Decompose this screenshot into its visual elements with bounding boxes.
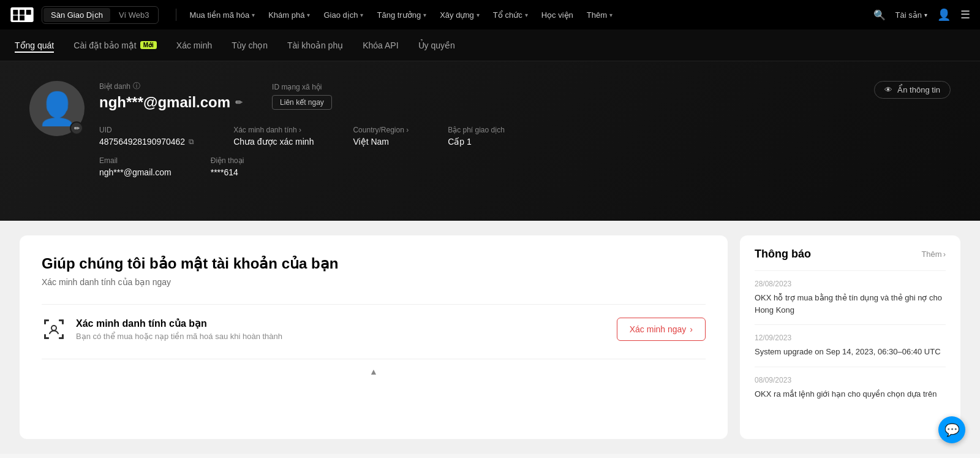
nav-explore[interactable]: Khám phá ▾ [262, 7, 316, 23]
svg-rect-11 [44, 334, 46, 339]
sec-nav-api[interactable]: Khóa API [363, 38, 398, 53]
avatar-container: 👤 ✏ [29, 81, 85, 136]
main-nav-links: Mua tiền mã hóa ▾ Khám phá ▾ Giao dịch ▾… [184, 7, 871, 23]
copy-icon[interactable]: ⧉ [189, 137, 194, 146]
chevron-down-icon: ▾ [477, 12, 480, 18]
phone-block: Điện thoại ****614 [211, 156, 244, 177]
nav-institution[interactable]: Tổ chức ▾ [487, 7, 534, 23]
notification-item-3: 08/09/2023 OKX ra mắt lệnh giới hạn cho … [755, 367, 946, 409]
svg-rect-4 [20, 15, 24, 20]
chevron-down-icon: ▾ [423, 12, 426, 18]
search-icon[interactable]: 🔍 [873, 9, 886, 21]
avatar-placeholder-icon: 👤 [37, 90, 77, 128]
country-block: Country/Region › Việt Nam [353, 126, 409, 147]
uid-label: UID [99, 126, 194, 134]
avatar-edit-button[interactable]: ✏ [70, 121, 83, 135]
svg-rect-5 [26, 10, 31, 15]
social-id-label: ID mạng xã hội [272, 83, 332, 91]
nav-trade[interactable]: Giao dịch ▾ [317, 7, 369, 23]
uid-value: 487564928190970462 ⧉ [99, 137, 194, 147]
notification-item-1: 28/08/2023 OKX hỗ trợ mua bằng thẻ tín d… [755, 270, 946, 324]
country-label: Country/Region › [353, 126, 409, 134]
menu-icon[interactable]: ☰ [960, 8, 970, 21]
phone-value: ****614 [211, 167, 244, 177]
chevron-down-icon: ▾ [307, 12, 310, 18]
face-scan-icon [42, 317, 66, 342]
notification-more-link[interactable]: Thêm › [921, 250, 946, 259]
uid-block: UID 487564928190970462 ⧉ [99, 126, 194, 147]
svg-rect-9 [62, 319, 64, 324]
verify-identity-text: Xác minh danh tính của bạn Bạn có thể mu… [76, 318, 607, 341]
user-icon: 👤 [937, 8, 951, 21]
notif-text-3[interactable]: OKX ra mắt lệnh giới hạn cho quyền chọn … [755, 388, 946, 400]
edit-icon: ✏ [74, 124, 80, 132]
link-social-button[interactable]: Liên kết ngay [272, 95, 332, 110]
assets-link[interactable]: Tài sản ▾ [895, 10, 927, 20]
new-badge: Mới [140, 41, 157, 49]
svg-rect-2 [20, 10, 24, 15]
hide-info-button[interactable]: 👁 Ẩn thông tin [874, 81, 951, 99]
security-card: Giúp chúng tôi bảo mật tài khoản của bạn… [20, 235, 728, 439]
chevron-down-icon: ▾ [525, 12, 528, 18]
profile-row-contact: Email ngh***@gmail.com Điện thoại ****61… [99, 156, 859, 177]
verify-identity-title: Xác minh danh tính của bạn [76, 318, 607, 329]
nav-buy-crypto[interactable]: Mua tiền mã hóa ▾ [184, 7, 262, 23]
chevron-right-icon: › [406, 126, 409, 134]
kyc-block: Xác minh danh tính › Chưa được xác minh [233, 126, 314, 147]
email-display: ngh***@gmail.com ✏ [99, 94, 243, 111]
nav-growth[interactable]: Tăng trưởng ▾ [371, 7, 432, 23]
fee-block: Bậc phí giao dịch Cấp 1 [448, 126, 505, 147]
sec-nav-options[interactable]: Tùy chọn [232, 38, 268, 53]
exchange-tab[interactable]: Sàn Giao Dịch [43, 8, 110, 22]
main-content: Giúp chúng tôi bảo mật tài khoản của bạn… [0, 221, 980, 454]
notification-item-2: 12/09/2023 System upgrade on Sep 14, 202… [755, 324, 946, 367]
notif-date-2: 12/09/2023 [755, 334, 946, 342]
verify-identity-desc: Bạn có thể mua hoặc nạp tiền mã hoá sau … [76, 332, 607, 341]
notif-text-1[interactable]: OKX hỗ trợ mua bằng thẻ tín dụng và thẻ … [755, 292, 946, 316]
notif-text-2[interactable]: System upgrade on Sep 14, 2023, 06:30–06… [755, 346, 946, 358]
profile-header: 👤 ✏ Biệt danh ⓘ ngh***@gmail.com ✏ ID mạ… [0, 61, 980, 221]
top-navigation: Sàn Giao Dịch Ví Web3 Mua tiền mã hóa ▾ … [0, 0, 980, 29]
chevron-down-icon: ▾ [924, 12, 927, 18]
nickname-section: Biệt danh ⓘ ngh***@gmail.com ✏ [99, 81, 243, 111]
exchange-wallet-toggle: Sàn Giao Dịch Ví Web3 [42, 6, 159, 24]
sec-nav-sub-accounts[interactable]: Tài khoản phụ [287, 38, 343, 53]
web3-wallet-tab[interactable]: Ví Web3 [111, 8, 157, 22]
svg-rect-1 [13, 10, 18, 15]
sec-nav-security[interactable]: Cài đặt bảo mật Mới [74, 38, 157, 53]
collapse-icon[interactable]: ▲ [369, 367, 378, 376]
collapse-section: ▲ [42, 359, 706, 376]
chevron-down-icon: ▾ [609, 12, 612, 18]
chevron-right-icon: › [690, 324, 693, 334]
phone-label: Điện thoại [211, 156, 244, 165]
sec-nav-authorization[interactable]: Ủy quyền [418, 38, 455, 53]
profile-info: Biệt danh ⓘ ngh***@gmail.com ✏ ID mạng x… [99, 81, 859, 177]
sec-nav-verification[interactable]: Xác minh [176, 38, 212, 53]
nav-build[interactable]: Xây dựng ▾ [434, 7, 486, 23]
kyc-value: Chưa được xác minh [233, 137, 314, 147]
sec-nav-overview[interactable]: Tổng quát [15, 38, 54, 53]
chevron-right-icon: › [299, 126, 301, 134]
email-block: Email ngh***@gmail.com [99, 156, 172, 177]
fee-label: Bậc phí giao dịch [448, 126, 505, 134]
info-icon: ⓘ [133, 81, 140, 91]
nav-separator [176, 9, 176, 21]
email-field-value: ngh***@gmail.com [99, 167, 172, 177]
profile-row-details: UID 487564928190970462 ⧉ Xác minh danh t… [99, 126, 859, 147]
svg-rect-7 [44, 319, 46, 324]
notification-panel: Thông báo Thêm › 28/08/2023 OKX hỗ trợ m… [740, 235, 960, 439]
verify-identity-item: Xác minh danh tính của bạn Bạn có thể mu… [42, 304, 706, 354]
account-icon[interactable]: 👤 [937, 8, 951, 21]
security-subtitle: Xác minh danh tính của bạn ngay [42, 277, 706, 287]
scroll-to-top-button[interactable]: 💬 [938, 416, 965, 443]
nav-more[interactable]: Thêm ▾ [581, 7, 619, 23]
verify-now-button[interactable]: Xác minh ngay › [617, 318, 706, 341]
kyc-label: Xác minh danh tính › [233, 126, 314, 134]
logo[interactable] [10, 6, 34, 23]
notif-date-1: 28/08/2023 [755, 280, 946, 288]
secondary-navigation: Tổng quát Cài đặt bảo mật Mới Xác minh T… [0, 29, 980, 61]
nav-learn[interactable]: Học viện [535, 7, 579, 23]
social-id-section: ID mạng xã hội Liên kết ngay [272, 83, 332, 110]
email-field-label: Email [99, 156, 172, 165]
email-edit-icon[interactable]: ✏ [235, 97, 243, 107]
